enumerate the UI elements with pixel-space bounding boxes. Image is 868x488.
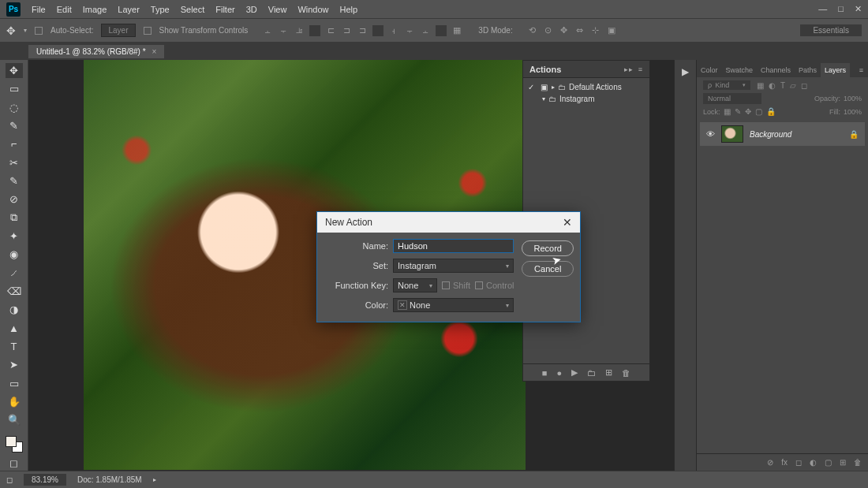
align-left-icon[interactable]: ⊏	[325, 25, 336, 36]
hand-tool[interactable]: ✋	[6, 394, 23, 409]
filter-adjust-icon[interactable]: ◐	[769, 81, 776, 90]
menu-filter[interactable]: Filter	[215, 5, 234, 14]
show-transform-checkbox[interactable]	[144, 27, 152, 35]
tab-swatches[interactable]: Swatche	[722, 63, 758, 77]
orbit-icon[interactable]: ⟲	[527, 25, 538, 36]
align-top-icon[interactable]: ⫠	[262, 25, 273, 36]
group-icon[interactable]: ▢	[825, 458, 832, 467]
expand-icon[interactable]: ▸	[552, 84, 555, 91]
panel-menu-icon[interactable]: ≡	[855, 63, 868, 77]
menu-view[interactable]: View	[268, 5, 287, 14]
control-checkbox[interactable]	[475, 281, 483, 289]
layer-row-background[interactable]: 👁 Background 🔒	[700, 122, 865, 146]
lasso-tool[interactable]: ◌	[6, 100, 23, 115]
minimize-icon[interactable]: —	[818, 4, 827, 14]
cancel-button[interactable]: Cancel	[522, 261, 573, 277]
new-action-icon[interactable]: ⊞	[605, 367, 612, 378]
dialog-titlebar[interactable]: New Action ✕	[317, 212, 580, 233]
document-tab-close-icon[interactable]: ×	[152, 47, 157, 56]
menu-edit[interactable]: Edit	[57, 5, 72, 14]
trash-icon[interactable]: 🗑	[622, 368, 630, 378]
align-hcenter-icon[interactable]: ⊐	[341, 25, 352, 36]
adjustment-icon[interactable]: ◐	[810, 458, 817, 467]
new-layer-icon[interactable]: ⊞	[840, 458, 846, 467]
actions-panel-header[interactable]: Actions ▸▸ ≡	[523, 61, 649, 78]
tool-preset-caret[interactable]: ▾	[24, 27, 27, 34]
workspace-switcher[interactable]: Essentials	[800, 24, 862, 36]
lock-icon[interactable]: 🔒	[849, 130, 859, 139]
mask-icon[interactable]: ◻	[795, 458, 802, 467]
filter-pixel-icon[interactable]: ▦	[757, 81, 764, 90]
quickmask-status-icon[interactable]: ◻	[6, 475, 13, 484]
auto-select-target-dropdown[interactable]: Layer	[101, 24, 135, 37]
record-icon[interactable]: ●	[557, 368, 563, 378]
eyedropper-tool[interactable]: ✂	[6, 155, 23, 170]
quick-select-tool[interactable]: ✎	[6, 118, 23, 133]
gradient-tool[interactable]: ⟋	[6, 266, 23, 281]
pen-tool[interactable]: ▲	[6, 321, 23, 336]
menu-file[interactable]: File	[32, 5, 46, 14]
layer-name-label[interactable]: Background	[750, 130, 791, 139]
arrange-icon[interactable]: ▦	[451, 25, 462, 36]
expand-icon[interactable]: ▾	[542, 95, 545, 102]
lock-position-icon[interactable]: ✎	[735, 107, 741, 116]
fkey-dropdown[interactable]: None▾	[393, 278, 437, 292]
blend-mode-dropdown[interactable]: Normal	[703, 93, 761, 104]
menu-help[interactable]: Help	[340, 5, 358, 14]
tab-paths[interactable]: Paths	[795, 63, 821, 77]
eraser-tool[interactable]: ◉	[6, 247, 23, 262]
play-icon[interactable]: ▶	[682, 66, 689, 77]
zoom-icon[interactable]: ⊹	[590, 25, 601, 36]
tab-color[interactable]: Color	[697, 63, 722, 77]
zoom-level[interactable]: 83.19%	[24, 474, 66, 486]
opacity-value[interactable]: 100%	[844, 95, 862, 102]
maximize-icon[interactable]: □	[838, 4, 844, 14]
set-dropdown[interactable]: Instagram▾	[393, 259, 514, 273]
color-dropdown[interactable]: ✕ None▾	[393, 298, 514, 312]
lock-move-icon[interactable]: ✥	[745, 107, 751, 116]
zoom-tool[interactable]: 🔍	[6, 412, 23, 427]
filter-smart-icon[interactable]: ◻	[801, 81, 807, 90]
visibility-icon[interactable]: 👁	[706, 129, 715, 139]
menu-select[interactable]: Select	[181, 5, 205, 14]
blur-tool[interactable]: ⌫	[6, 284, 23, 299]
distribute-3-icon[interactable]: ⫠	[420, 25, 431, 36]
menu-window[interactable]: Window	[297, 5, 328, 14]
action-set-instagram[interactable]: ▾ 🗀 Instagram	[525, 93, 648, 105]
auto-select-checkbox[interactable]	[35, 27, 43, 35]
color-swatches[interactable]	[6, 436, 23, 453]
lock-artboard-icon[interactable]: ▢	[755, 107, 762, 116]
check-icon[interactable]: ✓	[526, 83, 536, 91]
foreground-color-swatch[interactable]	[6, 436, 17, 447]
history-brush-tool[interactable]: ✦	[6, 229, 23, 244]
lock-all-icon[interactable]: 🔒	[766, 107, 776, 116]
layer-filter-kind-dropdown[interactable]: ρKind▾	[703, 80, 750, 90]
status-caret-icon[interactable]: ▸	[153, 476, 156, 483]
brush-tool[interactable]: ⊘	[6, 192, 23, 207]
pan-icon[interactable]: ✥	[559, 25, 570, 36]
menu-image[interactable]: Image	[83, 5, 107, 14]
menu-layer[interactable]: Layer	[118, 5, 140, 14]
quickmask-tool[interactable]: ◻	[6, 456, 23, 471]
dialog-toggle-icon[interactable]: ▣	[539, 83, 548, 91]
name-input[interactable]	[393, 239, 514, 253]
play-icon[interactable]: ▶	[571, 367, 578, 378]
document-tab[interactable]: Untitled-1 @ 83.2% (RGB/8#) * ×	[28, 45, 164, 58]
new-set-icon[interactable]: 🗀	[587, 368, 596, 378]
tab-layers[interactable]: Layers	[821, 63, 850, 77]
close-icon[interactable]: ✕	[855, 4, 862, 14]
dialog-close-icon[interactable]: ✕	[563, 216, 572, 229]
filter-type-icon[interactable]: T	[780, 81, 785, 90]
menu-type[interactable]: Type	[151, 5, 170, 14]
move-tool[interactable]: ✥	[6, 63, 23, 78]
crop-tool[interactable]: ⌐	[6, 136, 23, 151]
lock-pixels-icon[interactable]: ▦	[724, 107, 731, 116]
record-button[interactable]: Record	[522, 240, 573, 256]
menu-3d[interactable]: 3D	[246, 5, 257, 14]
dodge-tool[interactable]: ◑	[6, 302, 23, 317]
marquee-tool[interactable]: ▭	[6, 81, 23, 96]
align-right-icon[interactable]: ⊐	[357, 25, 368, 36]
stamp-tool[interactable]: ⧉	[6, 210, 23, 225]
stop-icon[interactable]: ■	[542, 368, 548, 378]
link-layers-icon[interactable]: ⊘	[767, 458, 773, 467]
